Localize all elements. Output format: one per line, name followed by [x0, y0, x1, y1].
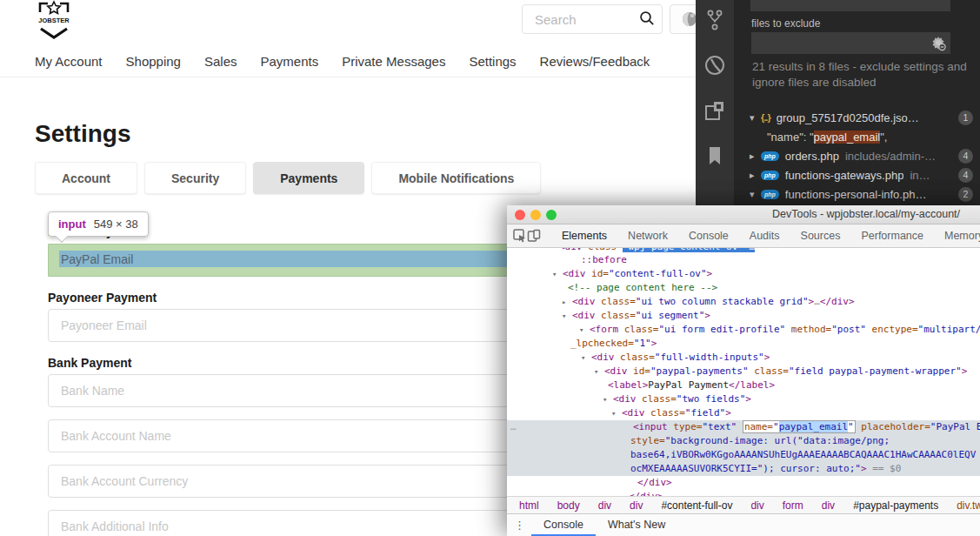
nav-item-payments[interactable]: Payments — [260, 54, 318, 69]
zoom-window-button[interactable] — [546, 210, 557, 220]
breadcrumb-item[interactable]: #paypal-payments — [853, 499, 938, 512]
code-line[interactable]: base64,iVBORw0KGgoAAAANSUhEUgAAAEAAAABCA… — [507, 448, 980, 462]
breadcrumb-item[interactable]: body — [557, 499, 580, 512]
breadcrumb-item[interactable]: html — [519, 499, 539, 512]
devtools-titlebar[interactable]: DevTools - wpjobster.local/my-account/ — [507, 205, 980, 224]
collapse-arrow-icon[interactable]: ▾ — [552, 267, 557, 281]
nav-item-my-account[interactable]: My Account — [35, 54, 103, 69]
tab-payments[interactable]: Payments — [253, 162, 364, 194]
bookmark-icon[interactable] — [703, 144, 726, 167]
code-token: class= — [583, 248, 623, 252]
code-line[interactable]: ::before — [507, 253, 980, 267]
minimize-window-button[interactable] — [530, 210, 541, 220]
devtools-tab-memory[interactable]: Memory — [934, 224, 980, 247]
code-line[interactable]: ▸<div class="ui two column stackable gri… — [507, 295, 980, 309]
breadcrumb-item[interactable]: div — [630, 499, 643, 512]
expand-arrow-icon[interactable]: ▸ — [750, 170, 761, 181]
search-icon[interactable] — [638, 10, 656, 28]
breadcrumb-item[interactable]: div.two.fields — [957, 499, 980, 512]
devtools-tab-sources[interactable]: Sources — [790, 224, 851, 247]
code-line[interactable]: ▾<div class="two fields"> — [507, 392, 980, 406]
drawer-tabs: ConsoleWhat's New — [531, 514, 677, 536]
jobster-logo[interactable]: JOBSTER — [33, 0, 75, 45]
collapse-arrow-icon[interactable]: ▾ — [581, 351, 585, 365]
tab-account[interactable]: Account — [35, 162, 137, 194]
nav-item-private-messages[interactable]: Private Messages — [342, 54, 445, 69]
devtools-tab-network[interactable]: Network — [617, 224, 678, 247]
input-payoneer-email[interactable] — [48, 309, 525, 342]
code-line[interactable]: <!-- page content here --> — [507, 281, 980, 295]
breadcrumb-item[interactable]: div — [598, 499, 611, 512]
collapse-arrow-icon[interactable]: ▾ — [750, 189, 761, 200]
search-result-file-row[interactable]: ▸phpfunctions-gateways.phpin…4 — [734, 165, 980, 184]
files-to-exclude-input[interactable] — [751, 32, 950, 54]
breadcrumb-item[interactable]: #content-full-ov — [661, 499, 732, 512]
collapse-arrow-icon[interactable]: ▾ — [750, 112, 761, 124]
code-line[interactable]: ▾<div class="field"> — [507, 406, 980, 420]
drawer-menu-icon[interactable]: ⋮ — [514, 519, 531, 532]
search-match-row[interactable]: "name": "paypal_email", — [734, 127, 980, 146]
code-token: </label> — [729, 379, 775, 391]
search-result-file-row[interactable]: ▾{..}group_57517d0250dfe.jso…1 — [734, 108, 980, 127]
code-token: "content-full-ov" — [609, 268, 707, 279]
breadcrumb-item[interactable]: div — [822, 499, 835, 512]
code-line[interactable]: ▾<div class="ui segment"> — [507, 309, 980, 323]
code-token: > — [745, 393, 751, 405]
code-token: <label> — [608, 379, 648, 391]
inspect-tooltip: input 549 × 38 — [48, 211, 149, 237]
code-token: "two fields" — [677, 393, 745, 405]
search-result-file-row[interactable]: ▾phpfunctions-personal-info.ph…2 — [734, 184, 980, 204]
code-line-content: <div id="paypal-payments" class="field p… — [604, 365, 967, 377]
code-token: type= — [668, 421, 703, 432]
device-toolbar-icon[interactable] — [527, 227, 541, 245]
devtools-tab-console[interactable]: Console — [678, 224, 739, 247]
breadcrumb-item[interactable]: form — [783, 499, 803, 512]
nav-item-shopping[interactable]: Shopping — [126, 54, 181, 69]
tab-security[interactable]: Security — [144, 162, 246, 194]
code-line[interactable]: ▾<form class="ui form edit-profile" meth… — [507, 323, 980, 337]
code-line[interactable]: style="background-image: url("data:image… — [507, 434, 980, 448]
collapse-arrow-icon[interactable]: ▾ — [562, 309, 566, 323]
drawer-tab-what-s-new[interactable]: What's New — [596, 514, 677, 536]
devtools-tab-elements[interactable]: Elements — [551, 224, 617, 247]
code-line[interactable]: ▾<div id="paypal-payments" class="field … — [507, 365, 980, 379]
breadcrumb-item[interactable]: div — [750, 499, 763, 512]
code-line[interactable]: </div> — [507, 476, 980, 490]
expand-arrow-icon[interactable]: ▸ — [750, 151, 761, 162]
input-bank-account-name[interactable] — [48, 419, 525, 452]
debug-icon[interactable] — [703, 54, 726, 77]
code-line[interactable]: _lpchecked="1"> — [507, 337, 980, 351]
tab-mobile-notifications[interactable]: Mobile Notifications — [371, 162, 541, 194]
code-token: <div — [572, 310, 596, 321]
collapse-arrow-icon[interactable]: ▾ — [594, 365, 598, 379]
expand-arrow-icon[interactable]: ▸ — [562, 295, 566, 309]
code-line[interactable]: …<input type="text" name="paypal_email" … — [507, 420, 980, 434]
code-line[interactable]: <label>PayPal Payment</label> — [507, 379, 980, 392]
devtools-tab-performance[interactable]: Performance — [850, 224, 934, 247]
nav-item-reviews-feedback[interactable]: Reviews/Feedback — [540, 54, 650, 69]
drawer-tab-console[interactable]: Console — [531, 514, 596, 536]
inspect-element-icon[interactable] — [513, 227, 527, 245]
close-window-button[interactable] — [515, 210, 525, 220]
code-line[interactable]: ▾<div class="full-width-inputs"> — [507, 351, 980, 365]
code-token: <div — [563, 268, 586, 279]
collapse-arrow-icon[interactable]: ▾ — [603, 392, 607, 406]
source-control-icon[interactable] — [703, 9, 726, 31]
paypal-email-field-highlighted[interactable]: PayPal Email — [48, 244, 525, 277]
nav-item-settings[interactable]: Settings — [469, 54, 516, 69]
input-bank-additional-info[interactable] — [48, 510, 525, 536]
code-line[interactable]: </div> — [507, 490, 980, 496]
code-token: </div> — [820, 296, 855, 307]
extensions-icon[interactable] — [703, 99, 726, 122]
code-line[interactable]: ▾<div id="content-full-ov"> — [507, 267, 980, 281]
nav-item-sales[interactable]: Sales — [204, 54, 237, 69]
exclude-settings-toggle-icon[interactable] — [930, 35, 947, 51]
devtools-tab-audits[interactable]: Audits — [739, 224, 790, 247]
search-result-file-row[interactable]: ▸phporders.phpincludes/admin-…4 — [734, 146, 980, 165]
input-bank-account-currency[interactable] — [48, 465, 525, 498]
code-line[interactable]: ocMXEAAAAASUVORK5CYII="); cursor: auto;"… — [507, 462, 980, 476]
collapse-arrow-icon[interactable]: ▾ — [611, 406, 616, 420]
collapse-arrow-icon[interactable]: ▾ — [579, 323, 583, 337]
files-to-include-input[interactable] — [750, 0, 950, 11]
input-bank-name[interactable] — [48, 374, 525, 407]
